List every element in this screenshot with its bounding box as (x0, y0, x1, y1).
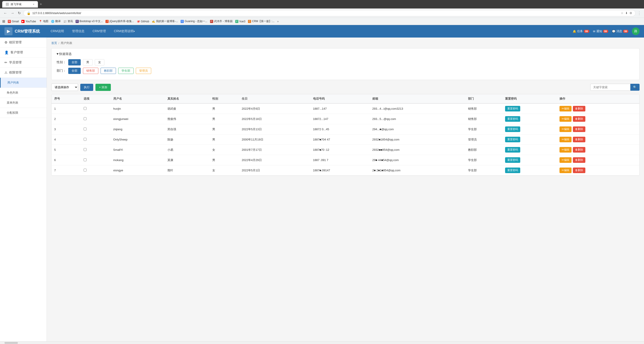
nav-crm-usage[interactable]: CRM使用说明 (110, 25, 139, 38)
add-button[interactable]: + 添加 (96, 84, 111, 91)
apps-icon[interactable]: ⊞ (2, 19, 5, 24)
bookmark-translate[interactable]: 🌐 翻译 (51, 20, 61, 23)
cell-reset[interactable]: 重置密码 (502, 145, 556, 155)
edit-button[interactable]: ✏编辑 (560, 137, 572, 142)
row-checkbox[interactable] (84, 127, 86, 130)
sidebar-item-customer[interactable]: 👤 客户管理 (0, 48, 46, 58)
action-select[interactable]: 请选择操作 批量删除 (51, 84, 78, 91)
forward-button[interactable]: → (10, 10, 15, 16)
delete-button[interactable]: 🗑删除 (573, 137, 585, 142)
row-checkbox[interactable] (84, 148, 86, 151)
dept-teaching-btn[interactable]: 教职部 (100, 68, 116, 74)
bookmark-guaning[interactable]: G Guaning - 忽如一... (180, 20, 208, 23)
cell-reset[interactable]: 重置密码 (502, 134, 556, 145)
cell-id: 3 (52, 124, 81, 134)
delete-button[interactable]: 🗑删除 (573, 167, 585, 173)
sidebar-item-campus[interactable]: ⚙ 校区管理 (0, 38, 46, 48)
sidebar-item-user-list[interactable]: 用户列表 (0, 78, 46, 88)
bookmark-crm[interactable]: C CRM【第一篇】:... (248, 20, 274, 23)
address-bar[interactable]: 🔒 127.0.0.1:8800/stark/web/userinfo/list… (24, 10, 636, 16)
gender-female-btn[interactable]: 女 (95, 59, 104, 65)
bookmark-youtube[interactable]: ▶ YouTube (22, 20, 36, 23)
bookmark-gmail[interactable]: M Gmail (8, 20, 19, 23)
dept-admin-btn[interactable]: 管理员 (136, 68, 151, 74)
scrollbar-thumb[interactable] (4, 342, 18, 344)
reset-password-button[interactable]: 重置密码 (505, 167, 520, 173)
execute-button[interactable]: 执行 (80, 84, 93, 91)
cell-checkbox[interactable] (81, 134, 110, 145)
browser-tab[interactable]: 路飞学城 × (2, 1, 38, 8)
message-badge[interactable]: 💬 消息 99 (612, 29, 628, 33)
browser-menu[interactable]: ⋮ (637, 11, 641, 16)
cell-reset[interactable]: 重置密码 (502, 103, 556, 114)
refresh-button[interactable]: ↻ (17, 10, 22, 16)
delete-button[interactable]: 🗑删除 (573, 157, 585, 163)
horizontal-scrollbar[interactable] (0, 341, 644, 344)
bookmarks-more[interactable]: » (277, 20, 279, 23)
cell-checkbox[interactable] (81, 165, 110, 176)
reset-password-button[interactable]: 重置密码 (505, 137, 520, 142)
bookmark-bootstrap[interactable]: B Bootstrap v3 中文... (76, 20, 103, 23)
edit-button[interactable]: ✏编辑 (560, 167, 572, 173)
bookmark-maps[interactable]: 📍 地图 (39, 20, 48, 23)
edit-button[interactable]: ✏编辑 (560, 116, 572, 122)
task-badge[interactable]: 🔔 任务 99 (573, 29, 589, 33)
edit-button[interactable]: ✏编辑 (560, 147, 572, 152)
cell-reset[interactable]: 重置密码 (502, 114, 556, 124)
row-checkbox[interactable] (84, 117, 86, 120)
user-avatar[interactable]: 路 (632, 28, 640, 35)
cell-checkbox[interactable] (81, 155, 110, 165)
delete-button[interactable]: 🗑删除 (573, 106, 585, 111)
new-tab-button[interactable]: + (40, 2, 42, 7)
nav-crm-manage[interactable]: CRM管理 (88, 25, 110, 38)
delete-button[interactable]: 🗑删除 (573, 116, 585, 122)
tab-close-button[interactable]: × (33, 3, 34, 6)
bookmark-wupeiqi[interactable]: 武 武沛齐 - 博客园 (210, 20, 232, 23)
gender-all-btn[interactable]: 全部 (68, 59, 81, 65)
nav-manage-info[interactable]: 管理信息 (68, 25, 88, 38)
row-checkbox[interactable] (84, 138, 86, 141)
bookmark-vue3[interactable]: V Vue3 (235, 20, 246, 23)
cell-checkbox[interactable] (81, 124, 110, 134)
sidebar-item-assign-perm[interactable]: 分配权限 (0, 108, 46, 118)
sidebar-item-menu-list[interactable]: 菜单列表 (0, 98, 46, 108)
cell-reset[interactable]: 重置密码 (502, 155, 556, 165)
cell-checkbox[interactable] (81, 145, 110, 155)
search-input[interactable] (590, 84, 630, 91)
edit-button[interactable]: ✏编辑 (560, 157, 572, 163)
back-button[interactable]: ← (3, 10, 8, 16)
reset-password-button[interactable]: 重置密码 (505, 157, 520, 163)
dept-sales-btn[interactable]: 销售部 (83, 68, 98, 74)
nav-crm-intro[interactable]: CRM说明 (46, 25, 68, 38)
edit-button[interactable]: ✏编辑 (560, 126, 572, 132)
dept-student-btn[interactable]: 学生部 (118, 68, 134, 74)
gender-male-btn[interactable]: 男 (83, 59, 92, 65)
edit-button[interactable]: ✏编辑 (560, 106, 572, 111)
sidebar-item-role-list[interactable]: 角色列表 (0, 88, 46, 98)
cell-checkbox[interactable] (81, 103, 110, 114)
delete-button[interactable]: 🗑删除 (573, 126, 585, 132)
bookmark-github[interactable]: 🐙 GitHub (137, 20, 149, 23)
row-checkbox[interactable] (84, 169, 86, 171)
reset-password-button[interactable]: 重置密码 (505, 126, 520, 132)
reset-password-button[interactable]: 重置密码 (505, 147, 520, 152)
bookmark-news[interactable]: 📰 资讯 (63, 20, 73, 23)
sidebar-item-permission[interactable]: ⚠ 权限管理 (0, 68, 46, 78)
reset-password-button[interactable]: 重置密码 (505, 106, 520, 111)
dept-all-btn[interactable]: 全部 (68, 68, 81, 74)
row-checkbox[interactable] (84, 158, 86, 161)
app-wrapper: ▶ CRM管理系统 CRM说明 管理信息 CRM管理 CRM使用说明 🔔 任务 … (0, 25, 644, 344)
search-button[interactable]: 🔍 (630, 84, 640, 91)
cell-reset[interactable]: 重置密码 (502, 124, 556, 134)
delete-button[interactable]: 🗑删除 (573, 147, 585, 152)
task-count: 99 (584, 30, 589, 33)
sidebar-item-student[interactable]: ✏ 学员管理 (0, 58, 46, 68)
breadcrumb-home[interactable]: 首页 (51, 41, 57, 45)
bookmark-jquery[interactable]: J jQuery插件库-收集... (106, 20, 134, 23)
cell-reset[interactable]: 重置密码 (502, 165, 556, 176)
reset-password-button[interactable]: 重置密码 (505, 116, 520, 122)
row-checkbox[interactable] (84, 107, 86, 110)
notify-badge[interactable]: ✉ 通知 99 (593, 29, 608, 33)
bookmark-blog1[interactable]: ✍ 我的第一篇博客-... (152, 20, 178, 23)
cell-checkbox[interactable] (81, 114, 110, 124)
